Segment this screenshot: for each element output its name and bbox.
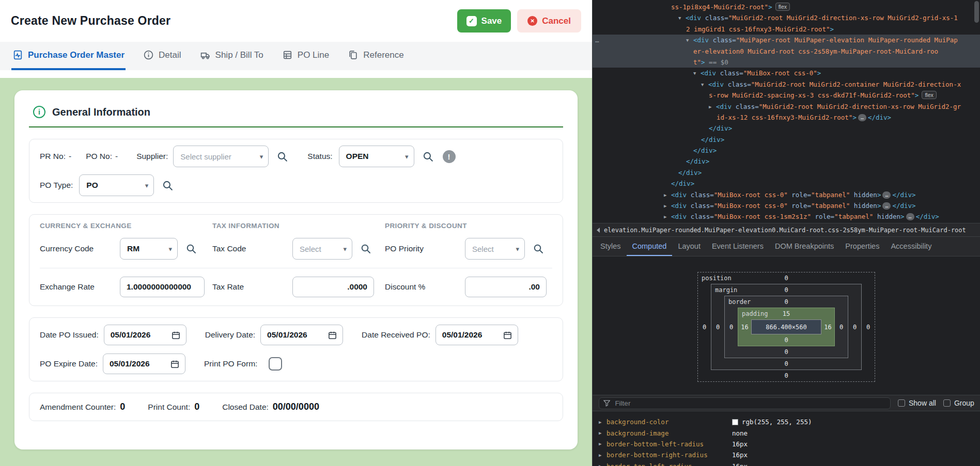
devtools-tab-styles[interactable]: Styles — [595, 237, 627, 256]
group-checkbox[interactable]: Group — [943, 399, 974, 407]
expand-arrow-icon[interactable]: ▶ — [599, 441, 606, 446]
dom-node-line[interactable]: s-row MuiGrid2-spacing-xs-3 css-dkd71f-M… — [593, 90, 980, 101]
code-token: > — [817, 69, 821, 77]
exchange-rate-input[interactable]: 1.0000000000000 — [120, 277, 205, 297]
supplier-search-button[interactable] — [276, 150, 289, 163]
expand-arrow-icon[interactable]: ▶ — [599, 463, 606, 466]
tab-po-line[interactable]: PO Line — [281, 42, 330, 70]
priority-header: PRIORITY & DISCOUNT — [385, 222, 552, 230]
date-po-issued-input[interactable]: 05/01/2026 — [104, 325, 186, 345]
tab-purchase-order-master[interactable]: Purchase Order Master — [11, 42, 126, 70]
counters-box: Amendment Counter: 0 Print Count: 0 Clos… — [29, 393, 563, 421]
dom-node-line[interactable]: </div> — [593, 167, 980, 178]
collapsed-content-ellipsis[interactable]: … — [858, 114, 866, 121]
calendar-icon — [171, 330, 181, 340]
discount-input[interactable]: .00 — [465, 277, 547, 297]
code-token[interactable]: ▶ — [664, 212, 671, 222]
flex-badge[interactable]: flex — [922, 91, 936, 99]
code-token[interactable]: ▼ — [701, 79, 708, 90]
breadcrumb[interactable]: elevation.MuiPaper-rounded.MuiPaper-elev… — [604, 227, 966, 234]
show-all-checkbox[interactable]: Show all — [898, 399, 936, 407]
tax-code-select[interactable]: Select ▾ — [292, 238, 352, 260]
tab-reference[interactable]: Reference — [347, 42, 405, 70]
currency-code-select[interactable]: RM ▾ — [120, 238, 178, 260]
code-token[interactable]: ▼ — [678, 13, 686, 24]
devtools-tab-computed[interactable]: Computed — [627, 237, 673, 256]
po-type-search-button[interactable] — [161, 179, 174, 192]
dom-node-line[interactable]: </div> — [593, 123, 980, 134]
tab-detail[interactable]: Detail — [142, 42, 182, 70]
dom-node-line[interactable]: ▶<div class="MuiBox-root css-1sm2s1z" ro… — [593, 211, 980, 222]
delivery-date-input[interactable]: 05/01/2026 — [260, 325, 343, 345]
tab-ship-bill-to[interactable]: Ship / Bill To — [199, 42, 265, 70]
currency-search-button[interactable] — [185, 243, 197, 255]
collapsed-content-ellipsis[interactable]: … — [882, 202, 891, 210]
dom-node-line[interactable]: 2 imgGird1 css-16fnxy3-MuiGrid2-root"> — [593, 24, 980, 35]
dom-node-line[interactable]: ▶<div class="MuiBox-root css-0" role="ta… — [593, 189, 980, 200]
dom-node-line[interactable]: id-xs-12 css-16fnxy3-MuiGrid2-root">…</d… — [593, 112, 980, 123]
expand-arrow-icon[interactable]: ▶ — [599, 420, 606, 425]
expand-arrow-icon[interactable]: ▶ — [599, 453, 606, 458]
computed-property-row[interactable]: ▶border-bottom-left-radius16px — [593, 439, 980, 449]
supplier-select[interactable]: Select supplier ▾ — [173, 146, 269, 167]
status-select[interactable]: OPEN ▾ — [339, 146, 414, 167]
cancel-button[interactable]: ✕ Cancel — [517, 9, 581, 33]
code-token: </div> — [868, 114, 891, 121]
devtools-tab-event-listeners[interactable]: Event Listeners — [706, 237, 769, 256]
expand-arrow-icon[interactable]: ▶ — [599, 430, 606, 436]
dom-node-line[interactable]: ss-1pi8xg4-MuiGrid2-root">flex — [593, 2, 980, 12]
code-token[interactable]: ▶ — [664, 190, 671, 201]
property-value: 16px — [732, 440, 748, 448]
tax-code-search-button[interactable] — [360, 243, 372, 255]
status-search-button[interactable] — [422, 150, 434, 163]
dom-node-line[interactable]: ▼<div class="MuiBox-root css-0"> — [593, 68, 980, 78]
code-token[interactable]: ▼ — [693, 68, 701, 79]
code-token: <div — [671, 213, 687, 220]
devtools-tab-dom-breakpoints[interactable]: DOM Breakpoints — [769, 237, 839, 256]
code-token[interactable]: ▶ — [664, 201, 671, 212]
node-more-actions-ellipsis[interactable]: … — [595, 35, 600, 45]
tax-rate-input[interactable]: .0000 — [292, 277, 374, 297]
computed-filter-field[interactable] — [614, 399, 886, 408]
color-swatch[interactable] — [732, 419, 738, 425]
code-token[interactable]: ▶ — [709, 102, 716, 113]
box-model-position: position 0 0 margin 0 0 — [697, 272, 875, 382]
computed-property-row[interactable]: ▶border-bottom-right-radius16px — [593, 449, 980, 460]
po-expire-input[interactable]: 05/01/2026 — [103, 353, 185, 374]
breadcrumb-scroll-left-button[interactable] — [593, 228, 604, 233]
dom-node-line[interactable]: </div> — [593, 178, 980, 189]
date-received-value: 05/01/2026 — [442, 330, 483, 340]
po-priority-search-button[interactable] — [532, 243, 545, 255]
dom-node-line[interactable]: ▶<div class="MuiBox-root css-0" role="ta… — [593, 200, 980, 211]
dom-node-line[interactable]: ▶<div class="MuiGrid2-root MuiGrid2-dire… — [593, 101, 980, 112]
dom-node-line[interactable]: </div> — [593, 145, 980, 156]
devtools-tab-accessibility[interactable]: Accessibility — [885, 237, 937, 256]
code-token: class= — [709, 36, 736, 44]
flex-badge[interactable]: flex — [775, 3, 790, 11]
po-priority-select[interactable]: Select ▾ — [465, 238, 525, 260]
computed-property-row[interactable]: ▶background-colorrgb(255, 255, 255) — [593, 416, 980, 427]
po-type-select[interactable]: PO ▾ — [79, 174, 154, 196]
dom-node-line[interactable]: </div> — [593, 156, 980, 167]
date-received-input[interactable]: 05/01/2026 — [435, 325, 518, 345]
dom-node-line[interactable]: ▼<div class="MuiGrid2-root MuiGrid2-cont… — [593, 79, 980, 90]
scrollbar-thumb[interactable] — [974, 1, 979, 23]
print-po-form-checkbox[interactable] — [269, 357, 282, 371]
po-expire-group: PO Expire Date: 05/01/2026 — [40, 353, 185, 374]
dom-node-line[interactable]: </div> — [593, 134, 980, 145]
filter-input-wrap[interactable] — [599, 397, 891, 409]
collapsed-content-ellipsis[interactable]: … — [882, 191, 891, 199]
collapsed-content-ellipsis[interactable]: … — [906, 213, 914, 220]
computed-property-row[interactable]: ▶border-top-left-radius16px — [593, 461, 980, 466]
devtools-tab-layout[interactable]: Layout — [672, 237, 706, 256]
dom-node-line[interactable]: er-elevation0 MuiCard-root css-2s58ym-Mu… — [593, 46, 980, 57]
code-token[interactable]: ▼ — [686, 35, 693, 46]
save-button[interactable]: ✓ Save — [457, 9, 511, 33]
chevron-down-icon: ▾ — [405, 153, 409, 160]
dom-node-line[interactable]: ▼<div class="MuiGrid2-root MuiGrid2-dire… — [593, 12, 980, 23]
dom-node-line[interactable]: …▼<div class="MuiPaper-root MuiPaper-ele… — [593, 35, 980, 45]
closed-date-value: 00/00/0000 — [273, 401, 319, 412]
dom-node-line[interactable]: t"> == $0 — [593, 57, 980, 68]
devtools-tab-properties[interactable]: Properties — [839, 237, 885, 256]
computed-property-row[interactable]: ▶background-imagenone — [593, 427, 980, 438]
